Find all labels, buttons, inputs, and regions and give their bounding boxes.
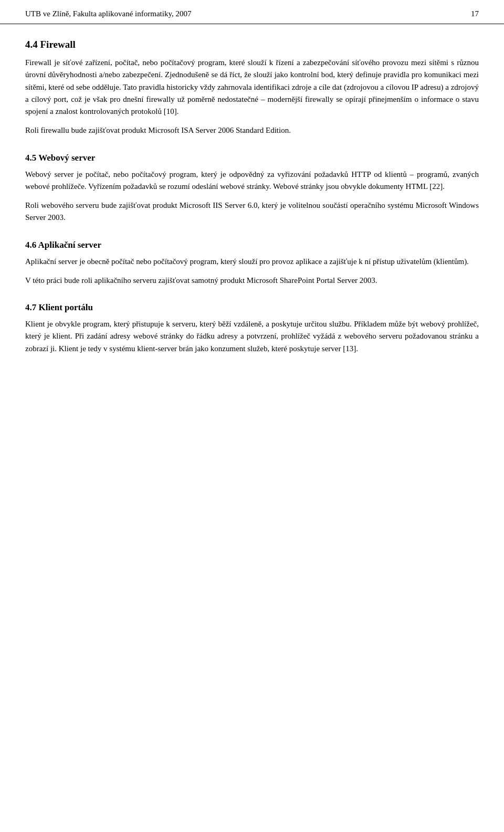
section-4-5-para-1: Webový server je počítač, nebo počítačov… <box>25 168 479 193</box>
section-4-6: 4.6 Aplikační server Aplikační server je… <box>25 240 479 287</box>
section-4-5-heading: 4.5 Webový server <box>25 153 479 163</box>
page-content: 4.4 Firewall Firewall je síťové zařízení… <box>0 39 504 383</box>
section-4-4-heading: 4.4 Firewall <box>25 39 479 50</box>
section-4-7-heading: 4.7 Klient portálu <box>25 302 479 313</box>
section-4-4-para-2: Roli firewallu bude zajišťovat produkt M… <box>25 124 479 136</box>
section-4-6-heading: 4.6 Aplikační server <box>25 240 479 250</box>
section-4-6-para-1: Aplikační server je obecně počítač nebo … <box>25 256 479 268</box>
page-header: UTB ve Zlíně, Fakulta aplikované informa… <box>0 0 504 24</box>
section-4-4: 4.4 Firewall Firewall je síťové zařízení… <box>25 39 479 137</box>
section-4-5-para-2: Roli webového serveru bude zajišťovat pr… <box>25 199 479 224</box>
header-title: UTB ve Zlíně, Fakulta aplikované informa… <box>25 9 191 18</box>
section-4-6-para-2: V této práci bude roli aplikačního serve… <box>25 275 479 287</box>
section-4-5: 4.5 Webový server Webový server je počít… <box>25 153 479 224</box>
section-4-7-para-1: Klient je obvykle program, který přistup… <box>25 318 479 355</box>
page-number: 17 <box>471 9 479 18</box>
section-4-7: 4.7 Klient portálu Klient je obvykle pro… <box>25 302 479 355</box>
page: UTB ve Zlíně, Fakulta aplikované informa… <box>0 0 504 832</box>
section-4-4-para-1: Firewall je síťové zařízení, počítač, ne… <box>25 57 479 118</box>
